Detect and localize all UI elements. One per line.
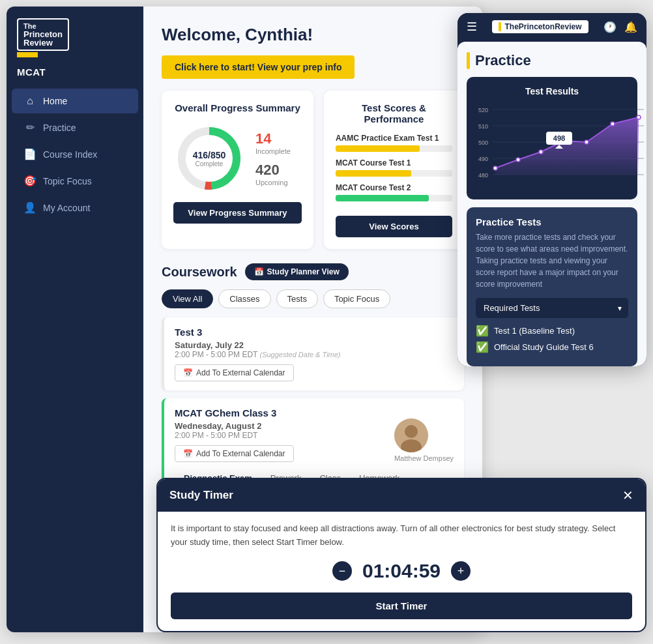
instructor-avatar xyxy=(394,418,428,452)
sidebar-item-topic-focus[interactable]: 🎯 Topic Focus xyxy=(12,168,138,194)
banner-button[interactable]: Click here to start! View your prep info xyxy=(162,55,355,79)
panel-header: ☰ ThePrincetonReview 🕐 🔔 xyxy=(457,13,646,40)
complete-label: Complete xyxy=(193,160,226,168)
sidebar-item-practice[interactable]: ✏ Practice xyxy=(12,115,138,140)
svg-text:480: 480 xyxy=(478,172,488,179)
pt-select-wrapper: Required Tests ▾ xyxy=(476,298,628,318)
svg-text:520: 520 xyxy=(478,107,488,113)
score-row-3: MCAT Course Test 2 xyxy=(336,183,452,201)
panel-body: Practice Test Results 520 510 500 490 48… xyxy=(457,42,646,366)
timer-close-button[interactable]: ✕ xyxy=(622,488,633,503)
gchem3-info: MCAT GChem Class 3 Wednesday, August 2 2… xyxy=(175,407,294,462)
test3-title: Test 3 xyxy=(175,327,454,338)
filter-tab-tests[interactable]: Tests xyxy=(276,289,318,308)
practice-title: Practice xyxy=(475,52,531,69)
svg-point-18 xyxy=(516,158,520,162)
pt-desc: Take more practice tests and check your … xyxy=(476,231,628,290)
logo-review: Review xyxy=(23,38,53,47)
test-results-chart: 520 510 500 490 480 xyxy=(476,103,646,188)
sidebar-item-my-account[interactable]: 👤 My Account xyxy=(12,195,138,220)
sidebar-product: MCAT xyxy=(7,66,143,85)
incomplete-label: Incomplete xyxy=(255,147,291,155)
total-num: 850 xyxy=(210,150,225,160)
svg-point-4 xyxy=(405,425,418,438)
view-progress-btn[interactable]: View Progress Summary xyxy=(173,202,302,224)
timer-increment-btn[interactable]: + xyxy=(451,561,471,581)
yellow-bar xyxy=(467,52,470,69)
check-icon-1: ✅ xyxy=(476,325,489,337)
score-bar-bg-3 xyxy=(336,195,452,201)
filter-tab-all[interactable]: View All xyxy=(162,289,213,308)
filter-tab-topic[interactable]: Topic Focus xyxy=(323,289,390,308)
page-title: Welcome, Cynthia! xyxy=(162,25,464,45)
clock-icon[interactable]: 🕐 xyxy=(603,21,617,33)
svg-point-19 xyxy=(539,150,543,154)
score-list: AAMC Practice Exam Test 1 MCAT Course Te… xyxy=(336,134,452,201)
start-timer-btn[interactable]: Start Timer xyxy=(171,593,632,619)
course-item-test3: Test 3 Saturday, July 22 2:00 PM - 5:00 … xyxy=(162,317,464,390)
pt-test-row-1: ✅ Test 1 (Baseline Test) xyxy=(476,325,628,337)
instructor-name: Matthew Dempsey xyxy=(394,454,454,462)
timer-time: 01:04:59 xyxy=(362,560,441,582)
practice-tests-card: Practice Tests Take more practice tests … xyxy=(467,207,637,366)
instructor-info: Matthew Dempsey xyxy=(394,418,454,462)
pt-title: Practice Tests xyxy=(476,216,628,227)
timer-body: It is important to stay focused and keep… xyxy=(158,512,645,631)
progress-body: 416/850 Complete 14 Incomplete 420 Upcom… xyxy=(173,123,302,194)
practice-panel: ☰ ThePrincetonReview 🕐 🔔 Practice Test R… xyxy=(457,13,646,366)
progress-stats: 14 Incomplete 420 Upcoming xyxy=(255,130,291,186)
panel-header-icons: 🕐 🔔 xyxy=(603,21,637,33)
svg-text:500: 500 xyxy=(478,139,488,146)
panel-logo: ThePrincetonReview xyxy=(492,20,588,33)
chart-card: Test Results 520 510 500 490 480 xyxy=(467,77,637,199)
timer-header: Study Timer ✕ xyxy=(158,479,645,512)
gchem3-instructor-row: MCAT GChem Class 3 Wednesday, August 2 2… xyxy=(175,407,454,462)
study-planner-label: Study Planner View xyxy=(267,267,340,276)
sidebar: The Princeton Review MCAT ⌂ Home ✏ Pract… xyxy=(7,7,143,632)
progress-card-title: Overall Progress Summary xyxy=(173,102,302,113)
gchem3-calendar-btn[interactable]: 📅 Add To External Calendar xyxy=(175,445,294,462)
panel-logo-yellow-bar xyxy=(499,22,501,31)
gchem3-date: Wednesday, August 2 xyxy=(175,421,294,431)
hamburger-icon[interactable]: ☰ xyxy=(467,20,477,34)
test3-calendar-btn[interactable]: 📅 Add To External Calendar xyxy=(175,364,294,381)
svg-point-21 xyxy=(585,140,588,144)
svg-text:490: 490 xyxy=(478,156,488,162)
scores-card-title: Test Scores & Performance xyxy=(336,102,452,124)
logo-yellow-bar xyxy=(17,52,38,57)
score-row-2: MCAT Course Test 1 xyxy=(336,158,452,177)
sidebar-item-home[interactable]: ⌂ Home xyxy=(12,89,138,113)
view-scores-btn[interactable]: View Scores xyxy=(336,216,452,237)
sidebar-logo: The Princeton Review xyxy=(7,7,143,66)
donut-label: 416/850 Complete xyxy=(193,150,226,168)
svg-point-22 xyxy=(611,122,615,126)
course-icon: 📄 xyxy=(23,148,36,160)
score-bar-bg-2 xyxy=(336,170,452,177)
test3-suggested: (Suggested Date & Time) xyxy=(260,351,341,359)
timer-decrement-btn[interactable]: − xyxy=(332,561,352,581)
complete-num: 416 xyxy=(193,150,208,160)
score-row-1: AAMC Practice Exam Test 1 xyxy=(336,134,452,152)
sidebar-item-course-label: Course Index xyxy=(43,149,97,160)
svg-point-23 xyxy=(637,115,641,119)
timer-description: It is important to stay focused and keep… xyxy=(171,522,632,549)
pt-dropdown[interactable]: Required Tests xyxy=(476,298,628,318)
sidebar-item-course-index[interactable]: 📄 Course Index xyxy=(12,141,138,167)
gchem3-calendar-label: Add To External Calendar xyxy=(196,449,285,458)
gchem3-time: 2:00 PM - 5:00 PM EDT xyxy=(175,431,294,440)
timer-title: Study Timer xyxy=(169,489,233,502)
score-bar-fill-2 xyxy=(336,170,411,177)
sidebar-item-topic-label: Topic Focus xyxy=(43,176,92,186)
panel-logo-text: ThePrincetonReview xyxy=(504,22,581,31)
test3-date: Saturday, July 22 xyxy=(175,340,454,350)
filter-tab-classes[interactable]: Classes xyxy=(218,289,270,308)
upcoming-num: 420 xyxy=(255,162,291,179)
timer-display: − 01:04:59 + xyxy=(171,560,632,582)
study-planner-btn[interactable]: 📅 Study Planner View xyxy=(245,263,349,280)
incomplete-num: 14 xyxy=(255,130,291,147)
score-bar-fill-1 xyxy=(336,145,420,152)
svg-point-17 xyxy=(493,166,497,170)
score-bar-bg-1 xyxy=(336,145,452,152)
bell-icon[interactable]: 🔔 xyxy=(624,21,637,33)
sidebar-nav: ⌂ Home ✏ Practice 📄 Course Index 🎯 Topic… xyxy=(7,85,143,632)
